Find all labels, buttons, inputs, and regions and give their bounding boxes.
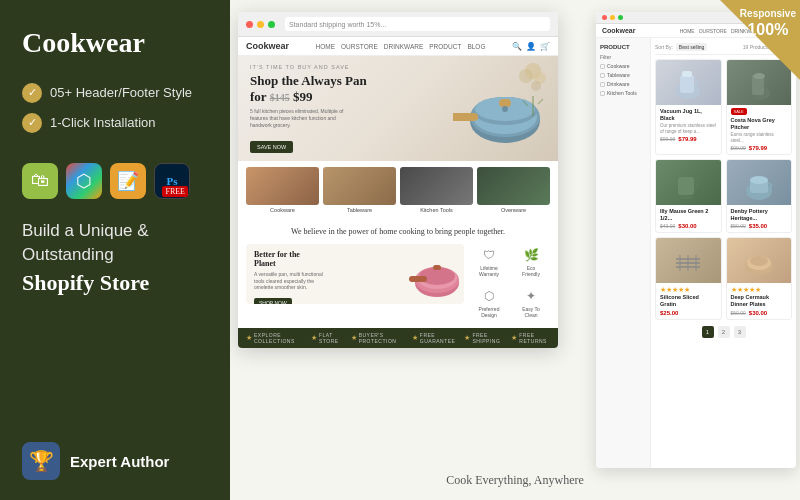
filter-checkbox-3[interactable] xyxy=(600,82,605,87)
right-panel: Responsive 100% Standard shipping worth … xyxy=(230,0,800,500)
user-icon[interactable]: 👤 xyxy=(526,42,536,51)
product-card-1[interactable]: Vacuum Jug 1L, Black Our premium stainle… xyxy=(655,59,722,155)
product-price-1: $99.99 $79.99 xyxy=(660,136,717,142)
filter-row-4: Kitchen Tools xyxy=(600,90,646,96)
product-info-1: Vacuum Jug 1L, Black Our premium stainle… xyxy=(656,105,721,145)
product-name-1: Vacuum Jug 1L, Black xyxy=(660,108,717,122)
browser-bar: Standard shipping worth 15%... xyxy=(238,12,558,37)
brand-title: Cookwear xyxy=(22,28,208,59)
search-icon[interactable]: 🔍 xyxy=(512,42,522,51)
flat-icon: ★ xyxy=(311,334,317,342)
sort-select[interactable]: Best selling xyxy=(676,43,708,51)
expert-author-section: 🏆 Expert Author xyxy=(22,426,208,480)
ps-icon-wrap: Ps FREE xyxy=(154,163,190,199)
product-card-4[interactable]: Denby Pottery Heritage... $50.00 $35.00 xyxy=(726,159,793,233)
feature-text-1: 05+ Header/Footer Style xyxy=(50,85,192,100)
category-cookware-img xyxy=(246,167,319,205)
hero-flower-decoration xyxy=(508,56,558,116)
product-name-4: Denby Pottery Heritage... xyxy=(731,208,788,222)
tablet-nav-home[interactable]: HOME xyxy=(680,28,695,34)
category-kitchen-img xyxy=(400,167,473,205)
buyer-icon: ★ xyxy=(351,334,357,342)
store-nav: Cookwear HOME OURSTORE DRINKWARE PRODUCT… xyxy=(238,37,558,56)
design-label: PreferredDesign xyxy=(472,306,506,318)
browser-dot-green xyxy=(268,21,275,28)
expert-label: Expert Author xyxy=(70,453,169,470)
svg-rect-20 xyxy=(433,265,441,270)
footer-shipping: ★ FREE SHIPPING xyxy=(464,332,503,344)
page-3[interactable]: 3 xyxy=(734,326,746,338)
product-card-5[interactable]: ★★★★★ Silicone Sliced Gratin $25.00 xyxy=(655,237,722,319)
svg-point-40 xyxy=(750,256,768,266)
eco-label: EcoFriendly xyxy=(514,265,548,277)
flat-text: FLAT STORE xyxy=(319,332,343,344)
category-cookware[interactable]: Cookware xyxy=(246,167,319,213)
footer-guarantee: ★ FREE GUARANTEE xyxy=(412,332,457,344)
product-card-3[interactable]: Illy Mause Green 2 1/2... $40.00 $30.00 xyxy=(655,159,722,233)
nav-ourstore[interactable]: OURSTORE xyxy=(341,43,378,50)
footer-returns: ★ FREE RETURNS xyxy=(511,332,550,344)
left-panel: Cookwear ✓ 05+ Header/Footer Style ✓ 1-C… xyxy=(0,0,230,500)
returns-text: FREE RETURNS xyxy=(519,332,550,344)
feature-item-1: ✓ 05+ Header/Footer Style xyxy=(22,83,208,103)
buyer-text: BUYER'S PROTECTION xyxy=(359,332,404,344)
nav-drinkware[interactable]: DRINKWARE xyxy=(384,43,423,50)
sort-label: Sort By: xyxy=(655,44,673,50)
page-2[interactable]: 2 xyxy=(718,326,730,338)
lifetime-icon: 🛡 xyxy=(472,248,506,263)
filter-checkbox-4[interactable] xyxy=(600,91,605,96)
nav-home[interactable]: HOME xyxy=(316,43,336,50)
svg-rect-19 xyxy=(409,276,427,282)
filter-row-3: Drinkware xyxy=(600,81,646,87)
filter-checkbox-1[interactable] xyxy=(600,64,605,69)
cart-icon[interactable]: 🛒 xyxy=(540,42,550,51)
shipping-text: FREE SHIPPING xyxy=(472,332,503,344)
product-price-6: $50.00 $30.00 xyxy=(731,310,788,316)
product-price-4: $50.00 $35.00 xyxy=(731,223,788,229)
nav-blog[interactable]: BLOG xyxy=(467,43,485,50)
category-ovenware[interactable]: Ovenware xyxy=(477,167,550,213)
page-1[interactable]: 1 xyxy=(702,326,714,338)
nav-product[interactable]: PRODUCT xyxy=(429,43,461,50)
product-price-3: $40.00 $30.00 xyxy=(660,223,717,229)
product-card-6[interactable]: ★★★★★ Deep Cermauk Dinner Plates $50.00 … xyxy=(726,237,793,319)
hero-cta-button[interactable]: SAVE NOW xyxy=(250,141,293,153)
category-kitchen[interactable]: Kitchen Tools xyxy=(400,167,473,213)
category-ovenware-img xyxy=(477,167,550,205)
product-stars-6: ★★★★★ xyxy=(731,286,788,294)
feat-lifetime: 🛡 LifetimeWarranty xyxy=(470,244,508,281)
product-price-2: $99.99 $79.99 xyxy=(731,145,788,151)
hero-section: IT'S TIME TO BUY AND SAVE Shop the Alway… xyxy=(238,56,558,161)
filter-label: Filter xyxy=(600,54,646,60)
product-img-3 xyxy=(656,160,721,205)
product-stars-5: ★★★★★ xyxy=(660,286,717,294)
tagline: Build a Unique & Outstanding Shopify Sto… xyxy=(22,219,208,299)
product-name-3: Illy Mause Green 2 1/2... xyxy=(660,208,717,222)
footer-flat: ★ FLAT STORE xyxy=(311,332,343,344)
footer-buyer: ★ BUYER'S PROTECTION xyxy=(351,332,404,344)
filter-row-1: Cookware xyxy=(600,63,646,69)
feat-eco: 🌿 EcoFriendly xyxy=(512,244,550,281)
filter-checkbox-2[interactable] xyxy=(600,73,605,78)
product-info-5: ★★★★★ Silicone Sliced Gratin $25.00 xyxy=(656,283,721,318)
svg-rect-22 xyxy=(680,75,694,93)
product-card-2[interactable]: SALE Costa Nova Grey Pitcher Earns range… xyxy=(726,59,793,155)
browser-tablet: Cookwear HOME OURSTORE DRINKWARE PRODUCT… xyxy=(596,12,796,468)
product-img-1 xyxy=(656,60,721,105)
shipping-icon: ★ xyxy=(464,334,470,342)
design-icon: ⬡ xyxy=(472,289,506,304)
tablet-nav-ourstore[interactable]: OURSTORE xyxy=(699,28,727,34)
product-info-6: ★★★★★ Deep Cermauk Dinner Plates $50.00 … xyxy=(727,283,792,318)
browser-dot-yellow xyxy=(257,21,264,28)
store-footer-strip: ★ EXPLORE COLLECTIONS ★ FLAT STORE ★ BUY… xyxy=(238,328,558,348)
category-tableware[interactable]: Tableware xyxy=(323,167,396,213)
svg-rect-23 xyxy=(682,71,692,77)
tablet-sidebar-filters: PRODUCT Filter Cookware Tableware Drinkw… xyxy=(596,38,651,468)
hero-subtitle: IT'S TIME TO BUY AND SAVE xyxy=(250,64,367,70)
store-tagline: We believe in the power of home cooking … xyxy=(238,219,558,244)
svg-point-28 xyxy=(679,195,693,199)
multicolor-icon: ⬡ xyxy=(66,163,102,199)
tablet-logo: Cookwear xyxy=(602,27,676,34)
product-old-price-2: $99.99 xyxy=(731,145,746,151)
planet-cta-button[interactable]: SHOP NOW xyxy=(254,298,292,305)
